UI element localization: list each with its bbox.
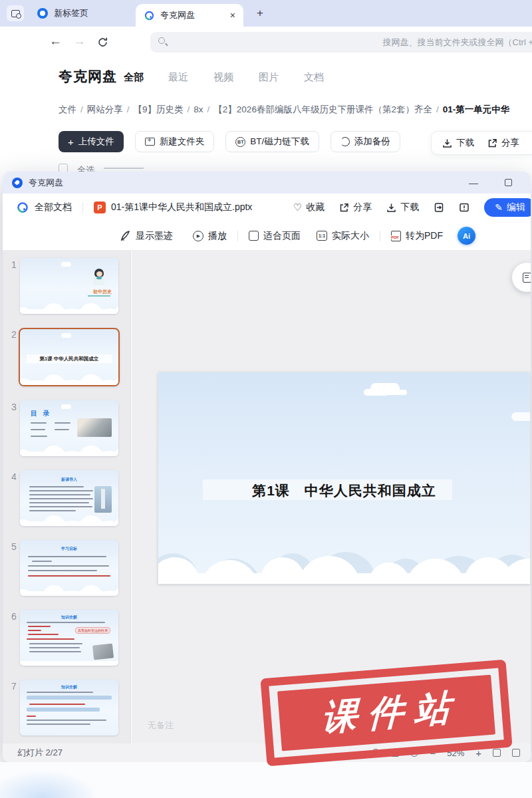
crumb-files[interactable]: 文件	[59, 104, 76, 114]
notes-placeholder: 无备注	[148, 720, 174, 732]
thumbnail-row-2-selected[interactable]: 2 第1课 中华人民共和国成立	[3, 328, 130, 386]
crumb-current: 01-第一单元中华	[443, 104, 510, 114]
actual-size-button[interactable]: 1:1 实际大小	[317, 230, 369, 242]
favorite-button[interactable]: ♡ 收藏	[293, 201, 325, 213]
upload-button[interactable]: + 上传文件	[59, 131, 124, 152]
crumb-8x[interactable]: 8x	[194, 104, 203, 114]
minimize-button[interactable]: —	[469, 178, 478, 188]
fit-screen-icon[interactable]	[493, 749, 501, 757]
crumb-courseware[interactable]: 【2】2026春部编版八年级历史下册课件（第2套）齐全	[213, 104, 432, 114]
save-to-drive-button[interactable]	[434, 202, 444, 213]
actual-size-icon: 1:1	[317, 231, 327, 241]
crumb-sep: /	[188, 104, 190, 114]
mini-cloud-strip	[20, 591, 118, 596]
thumbnail-row-5[interactable]: 5 学习目标	[3, 540, 130, 596]
show-ink-button[interactable]: 显示墨迹	[120, 230, 173, 242]
bt-download-button[interactable]: BT BT/磁力链下载	[225, 131, 319, 152]
share-button[interactable]: 分享	[339, 201, 372, 213]
pdf-icon: PDF	[391, 231, 401, 241]
play-label: 播放	[208, 230, 227, 242]
fullscreen-icon[interactable]	[512, 749, 520, 757]
maximize-button[interactable]	[505, 179, 512, 186]
ai-assistant-button[interactable]: Ai	[458, 227, 475, 245]
thumbnail-row-4[interactable]: 4 新课导入	[3, 470, 130, 526]
mini-cloud-strip	[20, 309, 118, 314]
download-button[interactable]: 下载	[442, 137, 474, 149]
feedback-icon	[459, 202, 469, 213]
viewer-actions: ♡ 收藏 分享 下载	[293, 198, 517, 217]
monument-image	[94, 486, 112, 513]
tab-quark-drive[interactable]: 夸克网盘 ×	[136, 4, 243, 27]
stamp-text: 课件站	[311, 683, 461, 743]
crumb-history[interactable]: 【9】历史类	[134, 104, 184, 114]
slide-number: 4	[3, 470, 20, 482]
divider	[380, 231, 380, 241]
filter-all[interactable]: 全部	[124, 71, 144, 84]
browser-logo-icon	[37, 8, 48, 19]
forward-button[interactable]: →	[73, 34, 86, 49]
toolbar-buttons: + 上传文件 新建文件夹 BT BT/磁力链下载 添加备份	[59, 131, 400, 152]
thumbnail-subtitle-line	[88, 295, 110, 297]
fit-page-button[interactable]: 适合页面	[249, 230, 301, 242]
add-backup-button[interactable]: 添加备份	[331, 131, 400, 152]
refresh-icon[interactable]	[97, 37, 108, 48]
play-button[interactable]: ▶ 播放	[193, 230, 227, 242]
slide-thumbnail-7[interactable]: 知识全解	[20, 680, 118, 735]
filter-doc[interactable]: 文档	[304, 71, 324, 84]
thumbnail-row-3[interactable]: 3 目 录	[3, 400, 130, 456]
slide-thumbnail-1[interactable]: 初中历史	[20, 258, 118, 314]
slide-thumbnail-panel[interactable]: 1 初中历史 2 第1课 中华人民共和国成立	[3, 251, 131, 743]
address-search-bar[interactable]	[150, 32, 532, 53]
slide-number: 2	[3, 328, 20, 340]
slide-thumbnail-5[interactable]: 学习目标	[20, 540, 118, 596]
tab-search-icon	[11, 10, 20, 17]
select-all-checkbox[interactable]	[59, 164, 68, 172]
save-to-drive-icon	[434, 202, 444, 213]
download-label: 下载	[456, 137, 474, 149]
fit-page-label: 适合页面	[263, 230, 301, 242]
filter-recent[interactable]: 最近	[168, 71, 188, 84]
feedback-button[interactable]	[459, 202, 469, 213]
new-folder-button[interactable]: 新建文件夹	[135, 131, 215, 152]
slide-counter: 幻灯片 2/27	[17, 747, 63, 759]
download-label: 下载	[400, 201, 419, 213]
tab-close-icon[interactable]: ×	[230, 10, 235, 21]
thumbnail-title: 新课导入	[20, 477, 118, 483]
slide-title: 第1课 中华人民共和国成立	[158, 481, 530, 500]
thumbnail-caption: 初中历史	[93, 289, 112, 295]
download-button[interactable]: 下载	[386, 201, 419, 213]
great-wall-image	[77, 418, 112, 437]
tab-new-page[interactable]: 新标签页	[28, 0, 98, 27]
document-photo	[92, 643, 114, 660]
back-button[interactable]: ←	[49, 34, 62, 49]
cartoon-girl-illustration	[92, 269, 106, 286]
edit-button[interactable]: ✎ 编辑	[484, 198, 531, 217]
mini-cloud	[61, 262, 71, 267]
floating-feedback-button[interactable]	[512, 263, 531, 292]
crumb-sep: /	[207, 104, 210, 114]
file-name: 01-第1课中华人民共和国成立.pptx	[111, 201, 252, 213]
thumbnail-title: 知识全解	[20, 684, 118, 690]
share-button[interactable]: 分享	[487, 137, 519, 149]
cloud-decoration	[511, 412, 530, 421]
filter-video[interactable]: 视频	[213, 71, 233, 84]
slide-thumbnail-2[interactable]: 第1课 中华人民共和国成立	[19, 328, 120, 386]
thumbnail-row-6[interactable]: 6 知识全解 具有临时宪法的性质	[3, 610, 130, 666]
select-all-row: 全选	[59, 164, 144, 172]
page-title: 夸克网盘	[59, 67, 117, 86]
thumbnail-row-7[interactable]: 7 知识全解	[3, 680, 130, 735]
all-docs-link[interactable]: 全部文档	[35, 201, 72, 213]
viewer-toolbar-main: 全部文档 P 01-第1课中华人民共和国成立.pptx ♡ 收藏 分享	[3, 194, 531, 221]
crumb-sep: /	[436, 104, 439, 114]
actual-size-label: 实际大小	[332, 230, 369, 242]
crumb-share[interactable]: 网站分享	[87, 104, 123, 114]
slide-thumbnail-3[interactable]: 目 录	[20, 400, 118, 456]
filter-image[interactable]: 图片	[259, 71, 279, 84]
tab-search-button[interactable]	[7, 5, 24, 21]
new-tab-button[interactable]: +	[253, 6, 267, 21]
thumbnail-row-1[interactable]: 1 初中历史	[3, 258, 130, 314]
search-input[interactable]	[150, 32, 532, 53]
slide-thumbnail-6[interactable]: 知识全解 具有临时宪法的性质	[20, 610, 118, 666]
to-pdf-button[interactable]: PDF 转为PDF	[391, 230, 443, 242]
slide-thumbnail-4[interactable]: 新课导入	[20, 470, 118, 526]
